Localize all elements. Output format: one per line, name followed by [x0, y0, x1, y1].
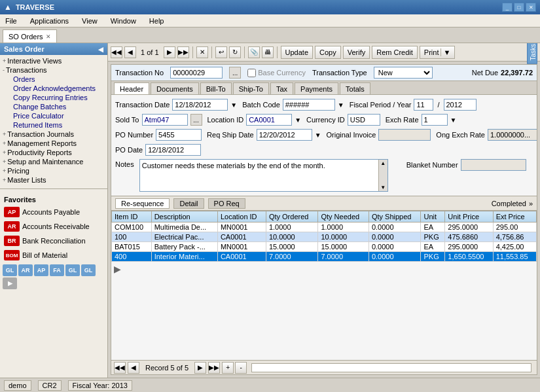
sidebar-item-orders[interactable]: Orders	[0, 75, 107, 84]
back-button[interactable]: ↩	[215, 46, 227, 58]
location-dropdown-icon[interactable]: ▼	[295, 116, 301, 124]
fav-accounts-payable[interactable]: AP Accounts Payable	[0, 205, 107, 219]
sidebar-item-trans-journals[interactable]: + Transaction Journals	[0, 130, 107, 139]
delete-button[interactable]: ✕	[196, 46, 208, 58]
quick-icon-ar[interactable]: AR	[18, 264, 33, 276]
fiscal-year-input[interactable]	[444, 99, 477, 111]
quick-icon-gl[interactable]: GL	[3, 264, 17, 276]
menu-window[interactable]: Window	[108, 16, 139, 26]
trans-type-select[interactable]: New	[374, 67, 433, 79]
bottom-nav-first[interactable]: ◀◀	[114, 362, 126, 374]
maximize-button[interactable]: □	[514, 3, 524, 12]
table-row[interactable]: 100 Electrical Pac... CA0001 10.0000 10.…	[112, 232, 537, 242]
blanket-number-input[interactable]	[461, 159, 526, 171]
table-row[interactable]: COM100 Multimedia De... MN0001 1.0000 1.…	[112, 223, 537, 232]
fav-accounts-receivable[interactable]: AR Accounts Receivable	[0, 219, 107, 234]
base-currency-checkbox[interactable]	[247, 69, 256, 77]
quick-icon-ap[interactable]: AP	[34, 264, 48, 276]
verify-button[interactable]: Verify	[343, 46, 370, 59]
bottom-nav-next[interactable]: ▶	[194, 362, 206, 374]
sidebar-item-copy-recurring[interactable]: Copy Recurring Entries	[0, 93, 107, 102]
nav-last-button[interactable]: ▶▶	[177, 46, 189, 58]
quick-icon-more[interactable]: ▶	[3, 277, 17, 289]
fiscal-period-input[interactable]	[414, 99, 433, 111]
notes-scrollbar[interactable]: ▲ ▼	[378, 160, 387, 191]
sidebar-item-transactions[interactable]: - Transactions	[0, 65, 107, 75]
bottom-nav-prev[interactable]: ◀	[128, 362, 139, 374]
scroll-up-icon[interactable]: ▲	[379, 160, 387, 167]
tasks-tab[interactable]: Tasks	[527, 43, 537, 63]
sidebar-item-master-lists[interactable]: + Master Lists	[0, 175, 107, 185]
po-date-input[interactable]	[145, 144, 201, 156]
add-row-icon[interactable]: ▶	[114, 264, 121, 274]
po-number-input[interactable]	[156, 129, 202, 141]
update-button[interactable]: Update	[281, 46, 313, 59]
tab-ship-to[interactable]: Ship-To	[233, 82, 269, 94]
table-row[interactable]: BAT015 Battery Pack -... MN0001 15.0000 …	[112, 242, 537, 252]
bottom-nav-last[interactable]: ▶▶	[208, 362, 220, 374]
menu-view[interactable]: View	[79, 16, 100, 26]
sidebar-collapse-icon[interactable]: ◀	[98, 46, 103, 53]
sidebar-item-setup[interactable]: + Setup and Maintenance	[0, 157, 107, 166]
exch-rate-input[interactable]	[422, 114, 448, 126]
fav-bill-of-material[interactable]: BOM Bill of Material	[0, 248, 107, 262]
sidebar-item-price-calc[interactable]: Price Calculator	[0, 111, 107, 120]
tab-so-orders[interactable]: SO Orders ✕	[3, 29, 57, 43]
sidebar-item-pricing[interactable]: + Pricing	[0, 166, 107, 175]
attach-button[interactable]: 📎	[248, 46, 260, 58]
add-record-button[interactable]: +	[222, 362, 234, 374]
scroll-down-icon[interactable]: ▼	[379, 184, 387, 191]
notes-area[interactable]: Customer needs these materials by the en…	[139, 159, 388, 192]
close-button[interactable]: ✕	[526, 3, 536, 12]
sidebar-item-mgmt-reports[interactable]: + Management Reports	[0, 139, 107, 148]
sidebar-item-returned-items[interactable]: Returned Items	[0, 120, 107, 130]
copy-button[interactable]: Copy	[315, 46, 341, 59]
sidebar-item-order-ack[interactable]: Order Acknowledgements	[0, 84, 107, 93]
table-tab-po-req[interactable]: PO Req	[208, 198, 245, 209]
nav-first-button[interactable]: ◀◀	[111, 46, 122, 58]
tab-tax[interactable]: Tax	[270, 82, 293, 94]
print-button[interactable]: Print ▼	[420, 46, 456, 59]
quick-icon-gl3[interactable]: GL	[81, 264, 96, 276]
tab-totals[interactable]: Totals	[340, 82, 370, 94]
location-id-input[interactable]	[246, 114, 292, 126]
fav-bank-reconciliation[interactable]: BR Bank Reconciliation	[0, 234, 107, 248]
table-tab-resequence[interactable]: Re-sequence	[115, 198, 170, 209]
batch-code-dropdown-icon[interactable]: ▼	[338, 101, 344, 109]
sidebar-item-interactive-views[interactable]: + Interactive Views	[0, 56, 107, 65]
print-dropdown-icon[interactable]: ▼	[441, 48, 450, 56]
currency-id-input[interactable]	[348, 114, 380, 126]
req-ship-calendar-icon[interactable]: ▼	[315, 132, 321, 139]
nav-next-button[interactable]: ▶	[164, 46, 175, 58]
tab-close-icon[interactable]: ✕	[46, 33, 51, 40]
sidebar-item-productivity[interactable]: + Productivity Reports	[0, 148, 107, 157]
print-small-button[interactable]: 🖶	[262, 46, 274, 58]
trans-date-calendar-icon[interactable]: ▼	[230, 101, 237, 109]
table-row-selected[interactable]: 400 Interior Materi... CA0001 7.0000 7.0…	[112, 252, 537, 262]
tab-payments[interactable]: Payments	[295, 82, 338, 94]
sidebar-item-change-batches[interactable]: Change Batches	[0, 102, 107, 111]
nav-prev-button[interactable]: ◀	[124, 46, 136, 58]
quick-icon-fa[interactable]: FA	[50, 264, 64, 276]
ong-exch-rate-input[interactable]	[488, 129, 537, 141]
tab-header[interactable]: Header	[114, 82, 149, 94]
table-tab-detail[interactable]: Detail	[173, 198, 204, 209]
table-add-row[interactable]: ▶	[111, 262, 537, 276]
transaction-no-input[interactable]	[170, 67, 223, 79]
req-ship-date-input[interactable]	[257, 129, 312, 141]
original-invoice-input[interactable]	[378, 129, 431, 141]
exch-rate-dropdown-icon[interactable]: ▼	[450, 116, 457, 124]
batch-code-input[interactable]	[283, 99, 335, 111]
bottom-scrollbar[interactable]	[251, 363, 531, 372]
menu-applications[interactable]: Applications	[27, 16, 71, 26]
minimize-button[interactable]: _	[502, 3, 513, 12]
menu-file[interactable]: File	[3, 16, 20, 26]
menu-help[interactable]: Help	[147, 16, 167, 26]
refresh-button[interactable]: ↻	[229, 46, 241, 58]
sold-to-dots-button[interactable]: ...	[190, 114, 202, 126]
quick-icon-gl2[interactable]: GL	[65, 264, 80, 276]
remove-record-button[interactable]: -	[235, 362, 247, 374]
tab-documents[interactable]: Documents	[151, 82, 199, 94]
sold-to-input[interactable]	[142, 114, 188, 126]
rem-credit-button[interactable]: Rem Credit	[372, 46, 418, 59]
